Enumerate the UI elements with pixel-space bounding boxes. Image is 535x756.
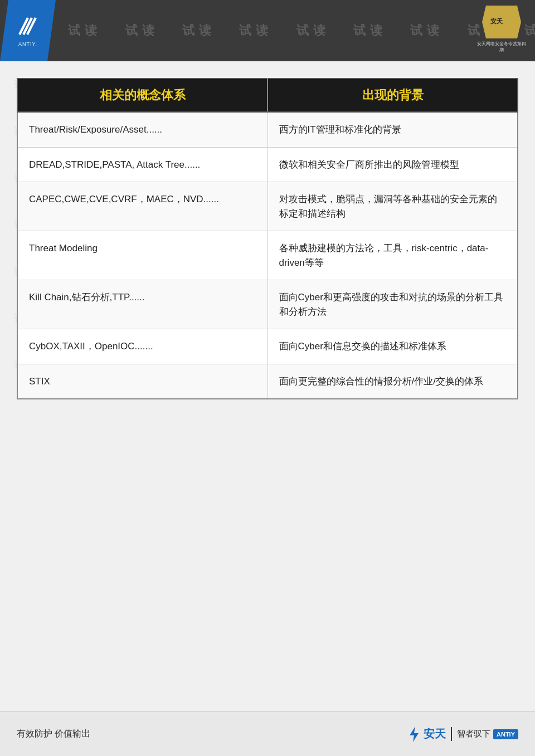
right-logo-badge: 安天 <box>482 6 521 38</box>
table-row: Threat Modeling各种威胁建模的方法论，工具，risk-centri… <box>17 231 518 280</box>
cell-concept: STIX <box>17 364 268 399</box>
cell-concept: CybOX,TAXII，OpenIOC....... <box>17 329 268 364</box>
table-row: DREAD,STRIDE,PASTA, Attack Tree......微软和… <box>17 147 518 182</box>
table-row: CAPEC,CWE,CVE,CVRF，MAEC，NVD......对攻击模式，脆… <box>17 182 518 231</box>
footer-logo-area: 安天 智者驭下 ANTIY <box>406 725 518 743</box>
footer-logo-sub: 智者驭下 <box>457 729 490 739</box>
table-row: STIX面向更完整的综合性的情报分析/作业/交换的体系 <box>17 364 518 399</box>
cell-background: 西方的IT管理和标准化的背景 <box>268 112 518 147</box>
footer-badge: ANTIY <box>493 729 518 739</box>
main-content: 相关的概念体系 出现的背景 Threat/Risk/Exposure/Asset… <box>17 78 518 711</box>
cell-background: 微软和相关安全厂商所推出的风险管理模型 <box>268 147 518 182</box>
header: 试读 试读 试读 试读 试读 试读 试读 试读 试读 试读 试读 试读 试读 A… <box>0 0 535 61</box>
cell-concept: Kill Chain,钻石分析,TTP...... <box>17 280 268 329</box>
cell-concept: Threat Modeling <box>17 231 268 280</box>
header-watermark-repeat: 试读 试读 试读 试读 试读 试读 试读 试读 试读 试读 试读 试读 试读 <box>0 22 535 39</box>
cell-concept: DREAD,STRIDE,PASTA, Attack Tree...... <box>17 147 268 182</box>
lightning-icon <box>406 725 422 743</box>
footer-divider <box>451 727 452 741</box>
col1-header: 相关的概念体系 <box>17 79 268 112</box>
col2-header: 出现的背景 <box>268 79 518 112</box>
table-header-row: 相关的概念体系 出现的背景 <box>17 79 518 112</box>
cell-background: 各种威胁建模的方法论，工具，risk-centric，data-driven等等 <box>268 231 518 280</box>
table-row: Kill Chain,钻石分析,TTP......面向Cyber和更高强度的攻击… <box>17 280 518 329</box>
header-watermarks: 试读 试读 试读 试读 试读 试读 试读 试读 试读 试读 试读 试读 试读 <box>0 0 535 61</box>
header-logo: ANTIY. <box>0 0 56 61</box>
header-right-logo: 安天 安天网络安全冬令营第四期 <box>476 6 527 53</box>
table-row: CybOX,TAXII，OpenIOC.......面向Cyber和信息交换的描… <box>17 329 518 364</box>
cell-background: 对攻击模式，脆弱点，漏洞等各种基础的安全元素的标定和描述结构 <box>268 182 518 231</box>
logo-icon <box>17 15 39 39</box>
footer-tagline: 有效防护 价值输出 <box>17 728 90 740</box>
cell-concept: Threat/Risk/Exposure/Asset...... <box>17 112 268 147</box>
cell-concept: CAPEC,CWE,CVE,CVRF，MAEC，NVD...... <box>17 182 268 231</box>
footer-logo-main: 安天 <box>424 726 446 742</box>
svg-text:安天: 安天 <box>490 18 503 25</box>
footer: 有效防护 价值输出 安天 智者驭下 ANTIY <box>0 711 535 756</box>
cell-background: 面向Cyber和信息交换的描述和标准体系 <box>268 329 518 364</box>
table-row: Threat/Risk/Exposure/Asset......西方的IT管理和… <box>17 112 518 147</box>
svg-marker-4 <box>410 726 419 742</box>
cell-background: 面向Cyber和更高强度的攻击和对抗的场景的分析工具和分析方法 <box>268 280 518 329</box>
right-logo-caption: 安天网络安全冬令营第四期 <box>476 41 527 53</box>
concept-table: 相关的概念体系 出现的背景 Threat/Risk/Exposure/Asset… <box>17 78 518 399</box>
logo-text: ANTIY. <box>18 41 37 47</box>
cell-background: 面向更完整的综合性的情报分析/作业/交换的体系 <box>268 364 518 399</box>
